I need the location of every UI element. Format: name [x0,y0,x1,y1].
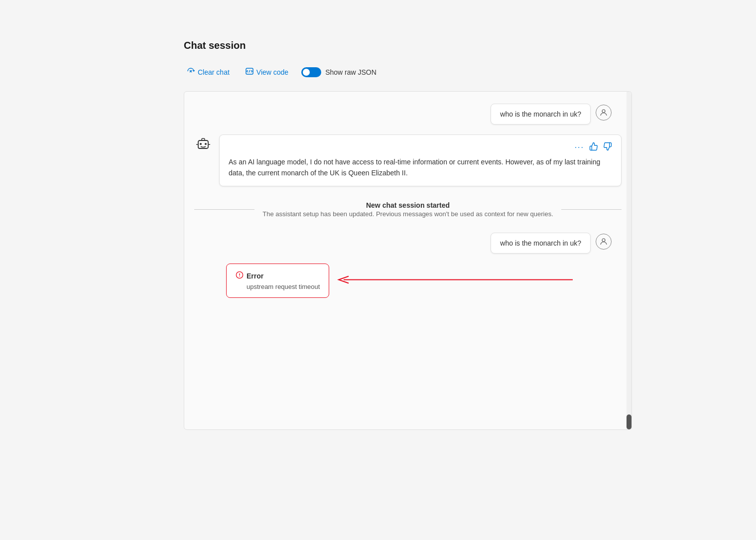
ai-bubble-1: ··· As an AI language model [219,135,622,186]
user-bubble-1: who is the monarch in uk? [491,104,591,125]
divider-line-left [194,209,254,210]
toggle-container[interactable]: Show raw JSON [301,67,377,77]
view-code-icon [246,67,253,77]
page-title: Chat session [184,40,632,51]
thumbs-up-icon[interactable] [589,142,598,152]
error-arrow [334,274,573,287]
user-avatar-1 [596,105,612,121]
clear-chat-button[interactable]: Clear chat [184,65,233,79]
svg-rect-3 [202,138,205,140]
ai-message-row-1: ··· As an AI language model [194,135,622,186]
user-message-row-1: who is the monarch in uk? [194,104,622,125]
error-title: Error [247,272,263,280]
error-header: Error [236,271,320,281]
ai-text-1: As an AI language model, I do not have a… [229,156,612,179]
clear-chat-label: Clear chat [198,68,230,76]
svg-point-11 [239,276,240,276]
scrollbar-thumb[interactable] [627,414,631,429]
scrollbar-track[interactable] [627,92,631,429]
error-icon [236,271,244,281]
svg-point-1 [602,110,605,113]
ai-avatar-1 [194,135,212,153]
clear-chat-icon [187,67,195,77]
divider-text-block: New chat session started The assistant s… [262,201,553,218]
user-message-row-2: who is the monarch in uk? [194,233,622,254]
view-code-button[interactable]: View code [243,65,291,79]
error-subtitle: upstream request timeout [247,283,320,290]
user-avatar-2 [596,234,612,250]
session-divider: New chat session started The assistant s… [194,201,622,218]
svg-point-8 [602,239,605,242]
svg-point-4 [200,143,202,145]
page-container: Chat session Clear chat View code [104,0,652,450]
error-bubble: Error upstream request timeout [226,264,329,298]
divider-line-right [561,209,622,210]
chat-area: who is the monarch in uk? [184,91,632,430]
toggle-label: Show raw JSON [325,68,377,76]
divider-title: New chat session started [262,201,553,209]
view-code-label: View code [256,68,288,76]
user-bubble-2: who is the monarch in uk? [491,233,591,254]
thumbs-down-icon[interactable] [603,142,612,152]
svg-point-5 [205,143,207,145]
toolbar: Clear chat View code Show raw JSON [184,65,632,79]
ai-bubble-toolbar: ··· [229,142,612,152]
more-options-icon[interactable]: ··· [575,143,584,152]
json-toggle[interactable] [301,67,321,77]
divider-subtitle: The assistant setup has been updated. Pr… [262,210,553,218]
error-row: Error upstream request timeout [194,264,622,298]
